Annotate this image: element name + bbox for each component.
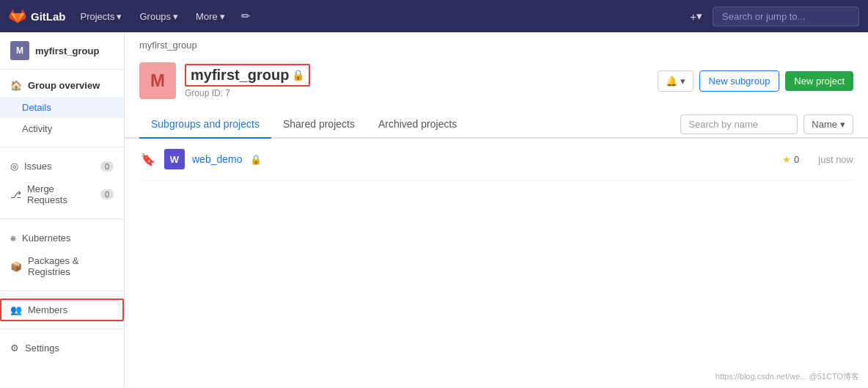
members-icon: 👥	[10, 304, 22, 315]
sidebar-divider-2	[0, 219, 124, 219]
group-id-text: Group ID: 7	[185, 88, 649, 98]
gitlab-wordmark: GitLab	[31, 10, 66, 23]
groups-menu[interactable]: Groups ▾	[133, 8, 184, 25]
plus-icon: +	[690, 10, 696, 23]
sidebar-item-merge-requests[interactable]: ⎇ Merge Requests 0	[0, 177, 124, 211]
sidebar-item-settings[interactable]: ⚙ Settings	[0, 337, 124, 359]
merge-requests-label: Merge Requests	[27, 183, 95, 205]
project-stars: ★ 0	[782, 154, 799, 165]
sidebar-item-kubernetes[interactable]: ⎈ Kubernetes	[0, 227, 124, 249]
projects-menu[interactable]: Projects ▾	[75, 8, 128, 25]
group-header: M myfirst_group 🔒 Group ID: 7 🔔 ▾ New su…	[125, 51, 868, 99]
sidebar-group-header[interactable]: M myfirst_group	[0, 32, 124, 70]
group-overview-label: Group overview	[28, 80, 100, 91]
gitlab-logo-icon	[9, 7, 26, 25]
kubernetes-label: Kubernetes	[22, 233, 71, 244]
new-project-label: New project	[794, 76, 845, 87]
groups-chevron: ▾	[173, 11, 178, 22]
tab-subgroups-projects[interactable]: Subgroups and projects	[139, 111, 271, 139]
plus-button[interactable]: + ▾	[685, 7, 707, 26]
tabs-bar: Subgroups and projects Shared projects A…	[125, 111, 868, 139]
bell-icon: 🔔	[666, 76, 677, 87]
more-chevron: ▾	[220, 11, 225, 22]
groups-label: Groups	[139, 11, 171, 22]
sidebar-group-name: myfirst_group	[35, 45, 99, 56]
new-project-button[interactable]: New project	[785, 71, 853, 91]
sort-dropdown[interactable]: Name ▾	[803, 114, 853, 134]
page-layout: M myfirst_group 🏠 Group overview Details…	[0, 32, 868, 388]
search-by-name-input[interactable]	[680, 114, 798, 134]
tab-archived-projects[interactable]: Archived projects	[367, 111, 468, 139]
sidebar-section-issues: ◎ Issues 0 ⎇ Merge Requests 0	[0, 150, 124, 216]
more-label: More	[196, 11, 218, 22]
sidebar-section-members: 👥 Members	[0, 294, 124, 326]
sidebar-section-kubernetes: ⎈ Kubernetes 📦 Packages & Registries	[0, 222, 124, 288]
sidebar-item-activity[interactable]: Activity	[0, 118, 124, 139]
notification-bell-button[interactable]: 🔔 ▾	[658, 70, 694, 92]
main-content: myfirst_group M myfirst_group 🔒 Group ID…	[125, 32, 868, 388]
bookmark-icon[interactable]: 🔖	[139, 153, 157, 166]
group-avatar-large: M	[139, 62, 176, 99]
pen-icon: ✏	[241, 10, 251, 23]
sidebar-divider-1	[0, 147, 124, 147]
group-title-block: myfirst_group 🔒 Group ID: 7	[185, 64, 649, 98]
kubernetes-icon: ⎈	[10, 233, 16, 244]
project-time: just now	[818, 154, 853, 165]
sidebar-divider-4	[0, 329, 124, 329]
project-name-link[interactable]: web_demo	[192, 153, 243, 165]
project-lock-icon: 🔒	[250, 154, 262, 165]
home-icon: 🏠	[10, 80, 22, 91]
settings-icon: ⚙	[10, 343, 19, 354]
pen-button[interactable]: ✏	[237, 7, 255, 26]
more-menu[interactable]: More ▾	[190, 8, 231, 25]
project-list: 🔖 W web_demo 🔒 ★ 0 just now	[125, 139, 868, 180]
activity-label: Activity	[22, 123, 52, 134]
breadcrumb-text: myfirst_group	[139, 40, 197, 51]
bell-chevron: ▾	[680, 76, 685, 87]
sidebar-item-group-overview[interactable]: 🏠 Group overview	[0, 74, 124, 97]
sidebar-divider-3	[0, 290, 124, 291]
sidebar-item-packages[interactable]: 📦 Packages & Registries	[0, 249, 124, 283]
group-lock-icon: 🔒	[292, 69, 304, 81]
sidebar-section-group: 🏠 Group overview Details Activity	[0, 70, 124, 144]
global-search-input[interactable]	[713, 7, 859, 26]
sort-chevron: ▾	[840, 119, 845, 130]
project-avatar: W	[164, 149, 185, 169]
top-navbar: GitLab Projects ▾ Groups ▾ More ▾ ✏ + ▾	[0, 0, 868, 32]
sidebar-section-settings: ⚙ Settings	[0, 332, 124, 364]
details-label: Details	[22, 102, 51, 113]
plus-chevron: ▾	[696, 10, 702, 23]
group-title-row: myfirst_group 🔒	[185, 64, 649, 87]
breadcrumb: myfirst_group	[125, 32, 868, 51]
sort-label: Name	[812, 119, 837, 130]
members-label: Members	[28, 304, 67, 315]
footnote-text: https://blog.csdn.net/we... @51CTO博客	[716, 371, 859, 382]
merge-requests-icon: ⎇	[10, 189, 21, 200]
projects-label: Projects	[81, 11, 115, 22]
group-title-box: myfirst_group 🔒	[185, 64, 310, 87]
topnav-right-icons: + ▾	[685, 7, 707, 26]
new-subgroup-button[interactable]: New subgroup	[699, 70, 780, 92]
sidebar-item-details[interactable]: Details	[0, 97, 124, 118]
star-icon: ★	[782, 154, 791, 165]
new-subgroup-label: New subgroup	[709, 76, 770, 87]
group-title-name: myfirst_group	[191, 67, 289, 84]
sidebar: M myfirst_group 🏠 Group overview Details…	[0, 32, 125, 388]
group-actions: 🔔 ▾ New subgroup New project	[658, 70, 853, 92]
issues-icon: ◎	[10, 161, 18, 172]
gitlab-logo[interactable]: GitLab	[9, 7, 66, 25]
tab-shared-projects[interactable]: Shared projects	[271, 111, 367, 139]
packages-label: Packages & Registries	[28, 255, 114, 277]
settings-label: Settings	[25, 343, 59, 354]
projects-chevron: ▾	[117, 11, 122, 22]
sidebar-item-issues[interactable]: ◎ Issues 0	[0, 155, 124, 177]
table-row: 🔖 W web_demo 🔒 ★ 0 just now	[139, 139, 853, 180]
sidebar-group-avatar: M	[10, 41, 29, 60]
merge-requests-count: 0	[100, 189, 114, 200]
issues-count: 0	[100, 161, 114, 172]
packages-icon: 📦	[10, 261, 22, 272]
sidebar-item-members[interactable]: 👥 Members	[0, 299, 124, 321]
issues-label: Issues	[24, 161, 52, 172]
star-count: 0	[794, 154, 799, 165]
